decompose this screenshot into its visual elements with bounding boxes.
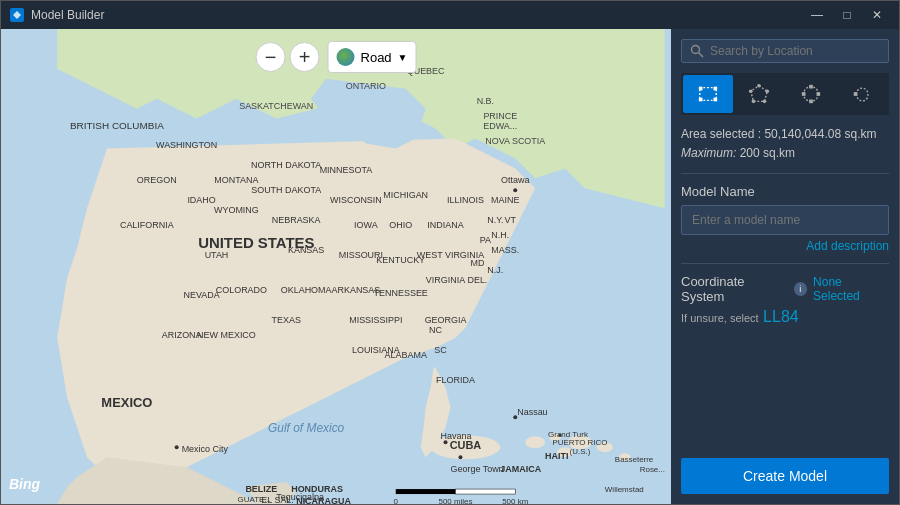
svg-text:NEW MEXICO: NEW MEXICO xyxy=(197,330,256,340)
svg-point-8 xyxy=(525,436,545,448)
svg-rect-107 xyxy=(699,87,703,91)
svg-text:IDAHO: IDAHO xyxy=(187,195,215,205)
svg-text:N.B.: N.B. xyxy=(477,96,494,106)
svg-point-65 xyxy=(513,188,517,192)
freehand-select-icon xyxy=(851,83,873,105)
coord-label-row: Coordinate System i None Selected xyxy=(681,274,889,304)
zoom-in-button[interactable]: + xyxy=(290,42,320,72)
map-type-icon xyxy=(337,48,355,66)
circle-select-button[interactable] xyxy=(786,75,836,113)
svg-rect-98 xyxy=(396,489,456,494)
zoom-out-button[interactable]: − xyxy=(256,42,286,72)
dropdown-arrow-icon: ▼ xyxy=(398,52,408,63)
map-type-label: Road xyxy=(361,50,392,65)
svg-text:Gulf of Mexico: Gulf of Mexico xyxy=(268,421,345,435)
svg-text:EDWA...: EDWA... xyxy=(483,121,517,131)
svg-text:Ottawa: Ottawa xyxy=(501,175,529,185)
svg-text:0: 0 xyxy=(394,497,399,504)
app-window: Model Builder — □ ✕ xyxy=(0,0,900,505)
svg-text:WYOMING: WYOMING xyxy=(214,205,259,215)
coord-hint-text: If unsure, select xyxy=(681,312,759,324)
svg-text:MD: MD xyxy=(470,258,484,268)
polygon-select-icon xyxy=(748,83,770,105)
minimize-button[interactable]: — xyxy=(803,5,831,25)
svg-marker-111 xyxy=(751,86,768,102)
svg-text:N.Y.: N.Y. xyxy=(487,215,503,225)
svg-text:INDIANA: INDIANA xyxy=(427,220,463,230)
spacer xyxy=(681,336,889,448)
coord-label: Coordinate System xyxy=(681,274,788,304)
svg-text:ARIZONA: ARIZONA xyxy=(162,330,202,340)
svg-rect-108 xyxy=(713,87,717,91)
svg-text:ONTARIO: ONTARIO xyxy=(346,81,386,91)
area-info: Area selected : 50,140,044.08 sq.km Maxi… xyxy=(681,125,889,163)
svg-text:MINNESOTA: MINNESOTA xyxy=(320,165,373,175)
svg-text:OHIO: OHIO xyxy=(389,220,412,230)
divider-2 xyxy=(681,263,889,264)
svg-text:OKLAHOMA: OKLAHOMA xyxy=(281,285,332,295)
main-content: Gulf of Mexico UNITED STATES MEXICO BRIT… xyxy=(1,29,899,504)
svg-text:EL SAL.: EL SAL. xyxy=(261,495,294,504)
close-button[interactable]: ✕ xyxy=(863,5,891,25)
svg-text:Nassau: Nassau xyxy=(517,407,547,417)
coord-hint-row: If unsure, select LL84 xyxy=(681,308,889,326)
map-controls: − + Road ▼ xyxy=(256,41,417,73)
svg-line-105 xyxy=(699,53,704,58)
ll84-link[interactable]: LL84 xyxy=(763,308,799,325)
svg-text:PA: PA xyxy=(480,235,491,245)
svg-rect-109 xyxy=(699,98,703,102)
freehand-select-button[interactable] xyxy=(838,75,888,113)
svg-text:TENNESSEE: TENNESSEE xyxy=(374,288,428,298)
coordinate-system-section: Coordinate System i None Selected If uns… xyxy=(681,274,889,326)
model-name-input[interactable] xyxy=(681,205,889,235)
window-controls: — □ ✕ xyxy=(803,5,891,25)
maximize-button[interactable]: □ xyxy=(833,5,861,25)
svg-text:PRINCE: PRINCE xyxy=(483,111,517,121)
search-icon xyxy=(690,44,704,58)
svg-text:SASKATCHEWAN: SASKATCHEWAN xyxy=(239,101,313,111)
svg-text:VT: VT xyxy=(505,215,517,225)
polygon-select-button[interactable] xyxy=(735,75,785,113)
info-icon: i xyxy=(794,282,808,296)
svg-point-113 xyxy=(766,89,770,93)
svg-text:GEORGIA: GEORGIA xyxy=(425,315,467,325)
svg-text:500 miles: 500 miles xyxy=(438,497,472,504)
svg-text:NEBRASKA: NEBRASKA xyxy=(272,215,321,225)
search-input[interactable] xyxy=(710,44,880,58)
svg-text:MAINE: MAINE xyxy=(491,195,519,205)
model-name-label: Model Name xyxy=(681,184,889,199)
rectangle-select-button[interactable] xyxy=(683,75,733,113)
svg-text:N.J.: N.J. xyxy=(487,265,503,275)
svg-text:CUBA: CUBA xyxy=(450,439,482,451)
app-icon xyxy=(9,7,25,23)
svg-text:COLORADO: COLORADO xyxy=(216,285,267,295)
svg-rect-122 xyxy=(854,92,858,96)
area-max-row: Maximum: 200 sq.km xyxy=(681,144,889,163)
circle-select-icon xyxy=(800,83,822,105)
map-type-dropdown[interactable]: Road ▼ xyxy=(328,41,417,73)
svg-text:WISCONSIN: WISCONSIN xyxy=(330,195,382,205)
svg-point-117 xyxy=(803,87,818,102)
model-name-section: Model Name Add description xyxy=(681,184,889,253)
svg-text:NEVADA: NEVADA xyxy=(183,290,219,300)
none-selected-label[interactable]: None Selected xyxy=(813,275,889,303)
svg-text:SOUTH DAKOTA: SOUTH DAKOTA xyxy=(251,185,321,195)
svg-point-104 xyxy=(692,46,700,54)
svg-text:VIRGINIA: VIRGINIA xyxy=(426,275,465,285)
svg-text:PUERTO RICO: PUERTO RICO xyxy=(552,438,607,447)
add-description-link[interactable]: Add description xyxy=(681,239,889,253)
svg-text:OREGON: OREGON xyxy=(137,175,177,185)
svg-point-115 xyxy=(752,100,756,104)
search-box[interactable] xyxy=(681,39,889,63)
svg-point-79 xyxy=(458,455,462,459)
svg-text:Mexico City: Mexico City xyxy=(182,444,229,454)
svg-text:CALIFORNIA: CALIFORNIA xyxy=(120,220,174,230)
svg-text:NOVA SCOTIA: NOVA SCOTIA xyxy=(485,136,545,146)
svg-text:TEXAS: TEXAS xyxy=(272,315,301,325)
svg-text:MICHIGAN: MICHIGAN xyxy=(383,190,428,200)
title-bar: Model Builder — □ ✕ xyxy=(1,1,899,29)
create-model-button[interactable]: Create Model xyxy=(681,458,889,494)
max-label: Maximum: xyxy=(681,146,736,160)
map-svg: Gulf of Mexico UNITED STATES MEXICO BRIT… xyxy=(1,29,671,504)
map-area[interactable]: Gulf of Mexico UNITED STATES MEXICO BRIT… xyxy=(1,29,671,504)
